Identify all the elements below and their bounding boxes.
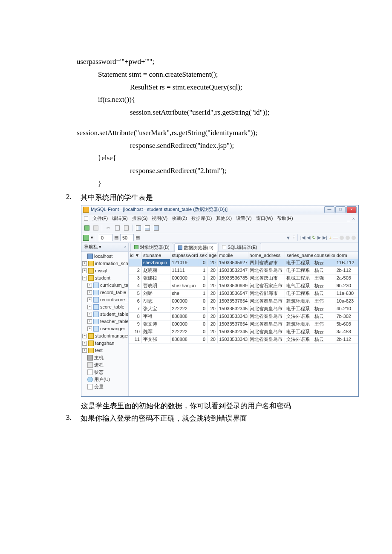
cell-id[interactable]: 6 [129, 297, 141, 305]
cell-counsellor[interactable]: 王伟 [313, 297, 335, 305]
cell-stupassword[interactable]: she [170, 289, 198, 297]
tree-item-student[interactable]: −student [81, 274, 128, 282]
cell-home_address[interactable]: 河北省唐山市 [248, 274, 285, 282]
cell-series_name[interactable]: 电子工程系 [285, 266, 313, 274]
cell-stupassword[interactable]: 888888 [170, 335, 198, 343]
cell-id[interactable]: 10 [129, 328, 141, 335]
table-row[interactable]: 6胡志00000002015033537654河北省秦皇岛市建筑环境系王伟10a… [129, 297, 358, 305]
nav-prev-button[interactable]: ◀ [307, 235, 310, 240]
table-row[interactable]: 4曹晓明shezhanjun02015033530989河北省石家庄市电气工程系… [129, 282, 358, 289]
menu-database[interactable]: 数据库(D) [190, 215, 213, 222]
cell-home_address[interactable]: 四川省成都市 [248, 259, 285, 266]
cell-stuname[interactable]: 张大宝 [141, 305, 170, 312]
cell-age[interactable]: 20 [208, 328, 218, 335]
cell-mobile[interactable]: 15033537654 [217, 320, 248, 328]
expand-icon[interactable]: + [82, 334, 87, 338]
cell-dorm[interactable]: 3a-453 [335, 328, 358, 335]
cell-mobile[interactable]: 15033532347 [217, 266, 248, 274]
tree-item-sms[interactable]: +studentmanagesystem [81, 332, 128, 340]
cell-id[interactable]: 8 [129, 312, 141, 320]
table-row[interactable]: 2赵晓丽1111112015033532347河北省秦皇岛市电子工程系杨云2b-… [129, 266, 358, 274]
cell-age[interactable]: 20 [208, 274, 218, 282]
cell-series_name[interactable]: 文法外语系 [285, 312, 313, 320]
col-sex[interactable]: sex [198, 252, 208, 259]
tree-item-info-schema[interactable]: +information_schema [81, 260, 128, 267]
cell-dorm[interactable]: 11B-112 [335, 259, 358, 266]
cell-counsellor[interactable]: 王伟 [313, 320, 335, 328]
filter-icon[interactable]: Ϝ [292, 235, 295, 240]
close-button[interactable]: × [346, 206, 357, 213]
table-row[interactable]: 11宇文强88888802015033533343河北省秦皇岛市文法外语系杨云2… [129, 335, 358, 343]
cell-series_name[interactable]: 电气工程系 [285, 282, 313, 289]
cell-series_name[interactable]: 建筑环境系 [285, 297, 313, 305]
toolbar-btn-2[interactable] [92, 224, 100, 232]
cell-id[interactable]: 4 [129, 282, 141, 289]
cell-id[interactable]: 9 [129, 320, 141, 328]
cell-series_name[interactable]: 机械工程系 [285, 274, 313, 282]
cell-counsellor[interactable]: 王强 [313, 274, 335, 282]
nav-refresh-button[interactable]: ↻ [312, 235, 316, 240]
cell-mobile[interactable]: 15033536547 [217, 289, 248, 297]
cell-id[interactable]: 7 [129, 305, 141, 312]
cell-sex[interactable]: 0 [198, 320, 208, 328]
menu-help[interactable]: 帮助(H) [276, 215, 294, 222]
data-grid[interactable]: id ▼ stuname stupassword sex age mobile … [129, 252, 358, 396]
table-row[interactable]: 7张大宝22222202015033532345河北省秦皇岛市电子工程系杨云4b… [129, 305, 358, 312]
table-row[interactable]: 9张文涛00000002015033537654河北省秦皇岛市建筑环境系王伟5b… [129, 320, 358, 328]
expand-icon[interactable]: + [87, 319, 92, 324]
cell-mobile[interactable]: 15033535927 [217, 259, 248, 266]
minimize-button[interactable]: — [324, 206, 334, 213]
sidebar-close-icon[interactable]: × [124, 245, 127, 249]
cell-counsellor[interactable]: 杨云 [313, 266, 335, 274]
filter-dropdown[interactable]: ▼ [286, 235, 291, 240]
cell-sex[interactable]: 1 [198, 266, 208, 274]
cell-age[interactable]: 20 [208, 320, 218, 328]
col-counsellor[interactable]: counsellor [313, 252, 335, 259]
cell-counsellor[interactable]: 杨云 [313, 259, 335, 266]
cell-stupassword[interactable]: shezhanjun [170, 282, 198, 289]
cell-stupassword[interactable]: 222222 [170, 328, 198, 335]
cell-dorm[interactable]: 7b-302 [335, 312, 358, 320]
stepper-icon[interactable]: ▤ [114, 235, 118, 240]
expand-icon[interactable]: + [87, 312, 92, 317]
cell-series_name[interactable]: 电子工程系 [285, 305, 313, 312]
cell-counsellor[interactable]: 杨云 [313, 328, 335, 335]
menu-search[interactable]: 搜索(S) [131, 215, 149, 222]
cell-stupassword[interactable]: 121019 [170, 259, 198, 266]
col-age[interactable]: age [208, 252, 218, 259]
cell-stuname[interactable]: 刘璐 [141, 289, 170, 297]
cell-age[interactable]: 20 [208, 312, 218, 320]
cell-mobile[interactable]: 15033532345 [217, 328, 248, 335]
cell-dorm[interactable]: 10a-623 [335, 297, 358, 305]
cell-stupassword[interactable]: 000000 [170, 274, 198, 282]
tree-item-recordscore[interactable]: +recordscore_table [81, 296, 128, 303]
cell-id[interactable] [129, 259, 141, 266]
tree-item-usermanager[interactable]: +usermanger [81, 325, 128, 332]
title-bar[interactable]: MySQL-Front - [localhost - student.stude… [81, 205, 358, 214]
offset-input[interactable]: 0 [99, 234, 112, 241]
cell-sex[interactable]: 0 [198, 259, 208, 266]
col-series-name[interactable]: series_name [285, 252, 313, 259]
cell-series_name[interactable]: 电子工程系 [285, 259, 313, 266]
cell-dorm[interactable]: 5b-603 [335, 320, 358, 328]
tab-sql-editor[interactable]: SQL编辑器(E) [218, 243, 261, 251]
stepper-icon[interactable]: ▤ [135, 235, 140, 240]
cell-counsellor[interactable]: 杨云 [313, 289, 335, 297]
menu-extra[interactable]: 其他(X) [215, 215, 233, 222]
cell-stupassword[interactable]: 000000 [170, 320, 198, 328]
cell-stuname[interactable]: 曹晓明 [141, 282, 170, 289]
cell-series_name[interactable]: 电子工程系 [285, 289, 313, 297]
cell-stupassword[interactable]: 888888 [170, 312, 198, 320]
tree-item-test[interactable]: +test [81, 347, 128, 354]
cell-home_address[interactable]: 河北省秦皇岛市 [248, 335, 285, 343]
tree-item-localhost[interactable]: localhost [81, 253, 128, 260]
cell-stuname[interactable]: 赵晓丽 [141, 266, 170, 274]
cell-mobile[interactable]: 15033533343 [217, 335, 248, 343]
table-row[interactable]: 5刘璐she12015033536547河北省邯郸市电子工程系杨云11a-630 [129, 289, 358, 297]
cell-counsellor[interactable]: 杨云 [313, 282, 335, 289]
col-mobile[interactable]: mobile [217, 252, 248, 259]
tree-item-status[interactable]: 状态 [81, 369, 128, 376]
cell-stuname[interactable]: 魏军 [141, 328, 170, 335]
collapse-icon[interactable]: − [82, 276, 87, 280]
menu-settings[interactable]: 设置(Y) [235, 215, 253, 222]
